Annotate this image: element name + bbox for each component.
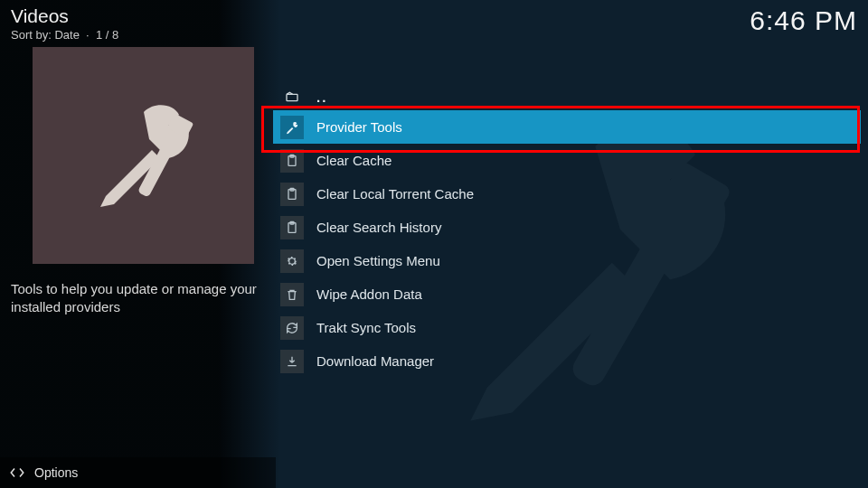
item-thumbnail [33,47,254,264]
menu-item-download-manager[interactable]: Download Manager [273,344,861,378]
download-icon [280,350,304,373]
parent-dir[interactable]: .. [273,83,861,110]
clipboard-icon [280,216,304,239]
clipboard-icon [280,149,304,173]
header: Videos Sort by: Date · 1 / 8 6:46 PM [11,5,857,42]
svg-rect-4 [287,94,297,100]
menu-item-clear-search-history[interactable]: Clear Search History [273,211,861,244]
tools-icon [280,116,304,139]
page-title: Videos [11,5,118,27]
clipboard-icon [280,183,304,206]
menu-item-open-settings[interactable]: Open Settings Menu [273,244,861,277]
sidebar: Tools to help you update or manage your … [11,47,273,317]
options-footer[interactable]: Options [0,457,276,488]
menu-item-trakt-sync[interactable]: Trakt Sync Tools [273,311,861,344]
menu-item-provider-tools[interactable]: Provider Tools [273,110,861,144]
trash-icon [280,283,304,306]
tools-icon [76,88,212,223]
folder-up-icon [280,85,304,108]
menu-list: .. Provider Tools Clear Cache Clear Loca… [273,83,861,378]
sync-icon [280,316,304,340]
menu-item-wipe-addon-data[interactable]: Wipe Addon Data [273,277,861,311]
item-description: Tools to help you update or manage your … [11,280,273,317]
menu-item-clear-cache[interactable]: Clear Cache [273,144,861,177]
options-icon [9,465,25,481]
gear-icon [280,249,304,273]
sort-info: Sort by: Date · 1 / 8 [11,28,118,42]
menu-item-clear-local-torrent-cache[interactable]: Clear Local Torrent Cache [273,177,861,211]
options-label: Options [34,465,78,480]
clock: 6:46 PM [750,5,857,42]
